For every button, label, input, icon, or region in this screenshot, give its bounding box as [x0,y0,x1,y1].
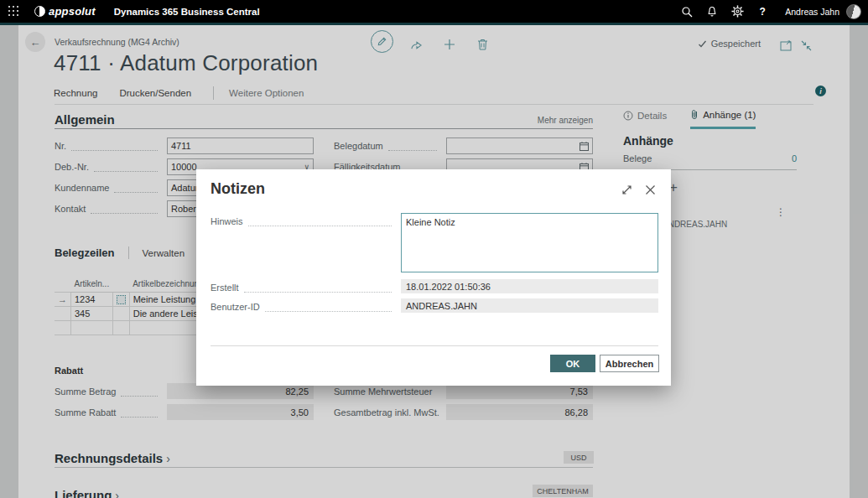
notizen-dialog: Notizen Hinweis Kleine Notiz Erstellt 18… [196,169,671,386]
user-name[interactable]: Andreas Jahn [785,7,839,17]
dialog-title: Notizen [211,180,265,198]
erstellt-label: Erstellt [211,283,239,293]
avatar[interactable] [846,4,861,19]
hinweis-textarea[interactable]: Kleine Notiz [401,213,658,272]
benutzer-id-label: Benutzer-ID [211,302,260,312]
expand-dialog-icon[interactable] [619,182,634,197]
appsolut-logo-mark [34,6,45,17]
search-icon[interactable] [674,0,699,23]
app-launcher-icon[interactable] [8,6,19,17]
bell-icon[interactable] [699,0,725,23]
gear-icon[interactable] [725,0,750,23]
cancel-button[interactable]: Abbrechen [600,355,659,372]
close-icon[interactable] [642,182,657,197]
appsolut-logo[interactable]: appsolut [34,5,96,18]
top-bar: appsolut Dynamics 365 Business Central ?… [0,0,868,23]
field-benutzer-id: Benutzer-ID ANDREAS.JAHN [211,298,658,315]
field-erstellt: Erstellt 18.01.2022 01:50:36 [211,279,658,296]
erstellt-value: 18.01.2022 01:50:36 [401,279,658,293]
hinweis-label: Hinweis [211,216,243,226]
help-icon[interactable]: ? [750,0,775,23]
ok-button[interactable]: OK [550,355,595,372]
appsolut-logo-text: appsolut [49,5,96,18]
product-title[interactable]: Dynamics 365 Business Central [114,7,260,17]
benutzer-id-value: ANDREAS.JAHN [401,298,658,313]
